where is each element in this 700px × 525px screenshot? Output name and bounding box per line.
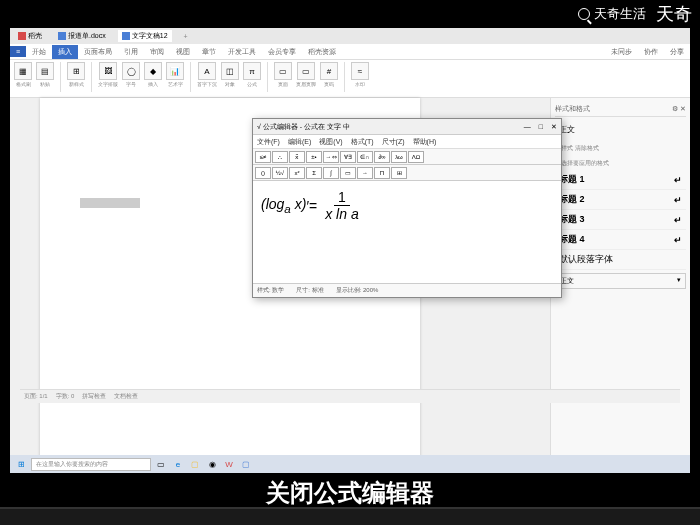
ribbon-formula[interactable]: π bbox=[243, 62, 261, 80]
ribbon-header[interactable]: ▭ bbox=[274, 62, 292, 80]
tb-arrow[interactable]: →⇔ bbox=[323, 151, 339, 163]
ribbon-icon[interactable]: ◆ bbox=[144, 62, 162, 80]
dlg-menu-file[interactable]: 文件(F) bbox=[257, 137, 280, 147]
panel-close-icon[interactable]: ⚙ ✕ bbox=[672, 105, 686, 113]
dlg-menu-help[interactable]: 帮助(H) bbox=[413, 137, 437, 147]
tb-int[interactable]: ∫ bbox=[323, 167, 339, 179]
tb-greek-l[interactable]: λω bbox=[391, 151, 407, 163]
watermark-text-cut: 天奇 bbox=[656, 2, 692, 26]
tab-home[interactable]: 稻壳 bbox=[14, 30, 46, 42]
tb-sum[interactable]: Σ bbox=[306, 167, 322, 179]
wps-taskbar-icon[interactable]: W bbox=[222, 457, 236, 471]
panel-title: 样式和格式 bbox=[555, 104, 590, 114]
status-bar: 页面: 1/1 字数: 0 拼写检查 文档检查 bbox=[20, 389, 680, 403]
close-icon[interactable]: ✕ bbox=[551, 123, 557, 131]
ribbon-footer[interactable]: ▭ bbox=[297, 62, 315, 80]
app-icon[interactable]: ▢ bbox=[239, 457, 253, 471]
equation-placeholder[interactable] bbox=[80, 198, 140, 208]
tb-arrow2[interactable]: → bbox=[357, 167, 373, 179]
app-titlebar: 稻壳 报道单.docx 文字文稿12 + bbox=[10, 28, 690, 44]
dlg-menu-format[interactable]: 格式(T) bbox=[351, 137, 374, 147]
doc-check[interactable]: 文档检查 bbox=[114, 392, 138, 401]
word-count: 字数: 0 bbox=[56, 392, 75, 401]
tb-greek-u[interactable]: ΛΩ bbox=[408, 151, 424, 163]
tb-operator[interactable]: ±• bbox=[306, 151, 322, 163]
tb-embel[interactable]: ẍ bbox=[289, 151, 305, 163]
style-h1[interactable]: 标题 1↵ bbox=[555, 170, 686, 190]
tb-misc[interactable]: ∂∞ bbox=[374, 151, 390, 163]
start-button[interactable]: ⊞ bbox=[14, 457, 28, 471]
spellcheck[interactable]: 拼写检查 bbox=[82, 392, 106, 401]
tb-fence[interactable]: () bbox=[255, 167, 271, 179]
tb-bar[interactable]: ▭ bbox=[340, 167, 356, 179]
ribbon-chart[interactable]: 📊 bbox=[166, 62, 184, 80]
style-dropdown[interactable]: 正文▾ bbox=[555, 273, 686, 289]
style-list: 标题 1↵ 标题 2↵ 标题 3↵ 标题 4↵ 默认段落字体 bbox=[555, 170, 686, 270]
video-caption: 关闭公式编辑器 bbox=[0, 477, 700, 509]
tb-set[interactable]: ∈∩ bbox=[357, 151, 373, 163]
ribbon-water[interactable]: ≈ bbox=[351, 62, 369, 80]
menu-share[interactable]: 分享 bbox=[664, 45, 690, 59]
ribbon-text[interactable]: A bbox=[198, 62, 216, 80]
explorer-icon[interactable]: ▢ bbox=[188, 457, 202, 471]
style-default[interactable]: 默认段落字体 bbox=[555, 250, 686, 270]
tb-relation[interactable]: ≤≠ bbox=[255, 151, 271, 163]
style-h4[interactable]: 标题 4↵ bbox=[555, 230, 686, 250]
menu-dev[interactable]: 开发工具 bbox=[222, 45, 262, 59]
ribbon-table[interactable]: ⊞ bbox=[67, 62, 85, 80]
clear-format-btn[interactable]: 清除格式 bbox=[575, 144, 599, 153]
menu-layout[interactable]: 页面布局 bbox=[78, 45, 118, 59]
menu-chapter[interactable]: 章节 bbox=[196, 45, 222, 59]
menu-review[interactable]: 审阅 bbox=[144, 45, 170, 59]
menu-start[interactable]: 开始 bbox=[26, 45, 52, 59]
ribbon-page[interactable]: ▤ bbox=[36, 62, 54, 80]
ribbon-pageno[interactable]: # bbox=[320, 62, 338, 80]
menu-sync[interactable]: 未同步 bbox=[605, 45, 638, 59]
menu-insert[interactable]: 插入 bbox=[52, 45, 78, 59]
menu-vip[interactable]: 会员专享 bbox=[262, 45, 302, 59]
dlg-menu-view[interactable]: 视图(V) bbox=[319, 137, 342, 147]
doc-icon bbox=[58, 32, 66, 40]
watermark-logo: 天奇生活 天奇 bbox=[578, 2, 692, 26]
ribbon-cover[interactable]: ▦ bbox=[14, 62, 32, 80]
edge-icon[interactable]: e bbox=[171, 457, 185, 471]
task-view-icon[interactable]: ▭ bbox=[154, 457, 168, 471]
ribbon-shape[interactable]: ◯ bbox=[122, 62, 140, 80]
magnify-icon bbox=[578, 8, 590, 20]
style-h3[interactable]: 标题 3↵ bbox=[555, 210, 686, 230]
ribbon-obj[interactable]: ◫ bbox=[221, 62, 239, 80]
tab-doc2[interactable]: 文字文稿12 bbox=[118, 30, 172, 42]
dlg-status-style: 样式: 数学 bbox=[257, 286, 284, 295]
dialog-toolbar: ≤≠ ∴ ẍ ±• →⇔ ∀∃ ∈∩ ∂∞ λω ΛΩ bbox=[253, 149, 561, 165]
tb-matrix[interactable]: ⊞ bbox=[391, 167, 407, 179]
tab-add[interactable]: + bbox=[184, 33, 188, 40]
minimize-icon[interactable]: — bbox=[524, 123, 531, 131]
menu-collab[interactable]: 协作 bbox=[638, 45, 664, 59]
style-h2[interactable]: 标题 2↵ bbox=[555, 190, 686, 210]
dlg-menu-edit[interactable]: 编辑(E) bbox=[288, 137, 311, 147]
tab-doc1[interactable]: 报道单.docx bbox=[54, 30, 110, 42]
menu-file[interactable]: ≡ bbox=[10, 46, 26, 57]
menu-ref[interactable]: 引用 bbox=[118, 45, 144, 59]
tb-script[interactable]: x² bbox=[289, 167, 305, 179]
menu-view[interactable]: 视图 bbox=[170, 45, 196, 59]
dlg-menu-size[interactable]: 尺寸(Z) bbox=[382, 137, 405, 147]
menu-res[interactable]: 稻壳资源 bbox=[302, 45, 342, 59]
maximize-icon[interactable]: □ bbox=[539, 123, 543, 131]
section-label: 请选择要应用的格式 bbox=[555, 159, 686, 168]
taskbar-search[interactable]: 在这里输入你要搜索的内容 bbox=[31, 458, 151, 471]
tb-prod[interactable]: Π bbox=[374, 167, 390, 179]
ribbon-pic[interactable]: 🖼 bbox=[99, 62, 117, 80]
tb-space[interactable]: ∴ bbox=[272, 151, 288, 163]
equation-content[interactable]: (loga x)′ = 1 x ln a bbox=[253, 181, 561, 230]
tb-logic[interactable]: ∀∃ bbox=[340, 151, 356, 163]
watermark-text: 天奇生活 bbox=[594, 5, 646, 23]
dialog-titlebar[interactable]: √ 公式编辑器 - 公式在 文字 中 — □ ✕ bbox=[253, 119, 561, 135]
ribbon: ▦格式刷 ▤粘贴 ⊞新样式 🖼文字排版 ◯字号 ◆插入 📊艺术字 A首字下沉 ◫… bbox=[10, 60, 690, 98]
dialog-statusbar: 样式: 数学 尺寸: 标准 显示比例: 200% bbox=[253, 283, 561, 297]
dialog-toolbar2: () ½√ x² Σ ∫ ▭ → Π ⊞ bbox=[253, 165, 561, 181]
doc-icon bbox=[122, 32, 130, 40]
current-style[interactable]: 正文 bbox=[555, 120, 686, 139]
chrome-icon[interactable]: ◉ bbox=[205, 457, 219, 471]
tb-frac[interactable]: ½√ bbox=[272, 167, 288, 179]
